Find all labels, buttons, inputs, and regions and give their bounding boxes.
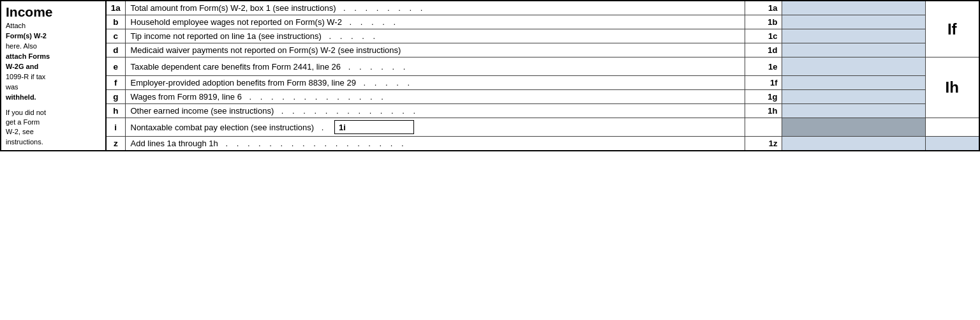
income-row-1h: h Other earned income (see instructions)… — [1, 104, 979, 118]
income-row-1f: f Employer-provided adoption benefits fr… — [1, 76, 979, 90]
line-label-1h: 1h — [745, 104, 782, 118]
line-desc-1i: Nontaxable combat pay election (see inst… — [125, 118, 745, 137]
right-panel-if: If — [925, 1, 979, 57]
value-cell-1f[interactable] — [782, 76, 925, 90]
line-label-1z: 1z — [745, 137, 782, 151]
line-letter-1d: d — [106, 43, 125, 57]
income-row-1g: g Wages from Form 8919, line 6 . . . . .… — [1, 90, 979, 104]
line-letter-1a: 1a — [106, 1, 125, 15]
line-desc-1e: Taxable dependent care benefits from For… — [125, 57, 745, 76]
value-cell-1d[interactable] — [782, 43, 925, 57]
right-panel-ih: Ih — [925, 57, 979, 118]
income-row-1c: c Tip income not reported on line 1a (se… — [1, 29, 979, 43]
sidebar-note: If you did not get a Form W-2, see instr… — [6, 108, 101, 148]
line-letter-1z: z — [106, 137, 125, 151]
line-label-1a: 1a — [745, 1, 782, 15]
line-label-1i — [745, 118, 782, 137]
line-label-1d: 1d — [745, 43, 782, 57]
value-cell-1g[interactable] — [782, 90, 925, 104]
line-desc-1c: Tip income not reported on line 1a (see … — [125, 29, 745, 43]
income-row-1i: i Nontaxable combat pay election (see in… — [1, 118, 979, 137]
line-desc-1f: Employer-provided adoption benefits from… — [125, 76, 745, 90]
inner-1i-label: 1i — [339, 123, 346, 132]
line-desc-1g: Wages from Form 8919, line 6 . . . . . .… — [125, 90, 745, 104]
income-row-1d: d Medicaid waiver payments not reported … — [1, 43, 979, 57]
line-label-1b: 1b — [745, 15, 782, 29]
value-cell-1c[interactable] — [782, 29, 925, 43]
value-cell-1b[interactable] — [782, 15, 925, 29]
line-desc-1a: Total amount from Form(s) W-2, box 1 (se… — [125, 1, 745, 15]
line-letter-1b: b — [106, 15, 125, 29]
income-row-1b: b Household employee wages not reported … — [1, 15, 979, 29]
income-title: Income — [6, 4, 53, 19]
value-cell-1z[interactable] — [782, 137, 925, 151]
line-label-1e: 1e — [745, 57, 782, 76]
line-letter-1g: g — [106, 90, 125, 104]
line-letter-1e: e — [106, 57, 125, 76]
line-desc-1z: Add lines 1a through 1h . . . . . . . . … — [125, 137, 745, 151]
line-label-1f: 1f — [745, 76, 782, 90]
line-desc-1d: Medicaid waiver payments not reported on… — [125, 43, 745, 57]
attach-instructions: Attach Form(s) W-2 here. Also attach For… — [6, 21, 101, 103]
value-cell-1e[interactable] — [782, 57, 925, 76]
inner-1i-box: 1i — [334, 120, 414, 134]
line-desc-1h: Other earned income (see instructions) .… — [125, 104, 745, 118]
line-letter-1i: i — [106, 118, 125, 137]
line-letter-1h: h — [106, 104, 125, 118]
income-row-1z: z Add lines 1a through 1h . . . . . . . … — [1, 137, 979, 151]
sidebar-section: Income Attach Form(s) W-2 here. Also att… — [1, 1, 106, 151]
line-label-1c: 1c — [745, 29, 782, 43]
value-cell-1h[interactable] — [782, 104, 925, 118]
line-letter-1c: c — [106, 29, 125, 43]
value-cell-1i-gray — [782, 118, 925, 137]
line-letter-1f: f — [106, 76, 125, 90]
right-panel-1z — [925, 137, 979, 151]
line-desc-1b: Household employee wages not reported on… — [125, 15, 745, 29]
income-row-1a: Income Attach Form(s) W-2 here. Also att… — [1, 1, 979, 15]
income-row-1e: e Taxable dependent care benefits from F… — [1, 57, 979, 76]
value-cell-1a[interactable] — [782, 1, 925, 15]
line-label-1g: 1g — [745, 90, 782, 104]
